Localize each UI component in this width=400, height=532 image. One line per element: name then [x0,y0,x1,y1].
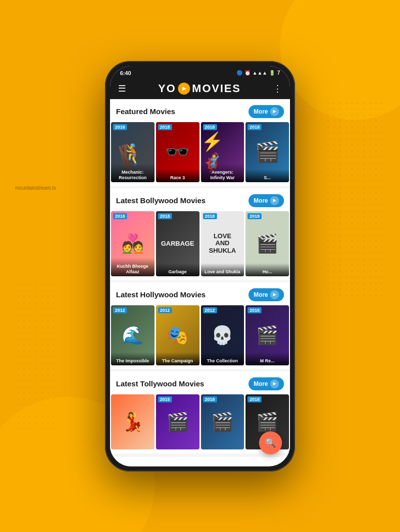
movie-card-avengers[interactable]: 2018 ⚡🦸 Avengers:Infinity War [201,122,244,182]
app-logo: YO MOVIES [158,82,240,95]
featured-section-header: Featured Movies More ▶ [110,103,290,122]
phone-notch [170,71,230,82]
tollywood-more-button[interactable]: More ▶ [248,377,284,390]
movie-thumb-kuchh: 2018 💑 Kuchh Bheege Alfaaz [111,211,154,276]
dots-decoration-left [15,282,55,432]
movie-title-ho: Ho... [246,263,289,276]
movie-title-kuchh: Kuchh Bheege Alfaaz [111,258,154,276]
featured-movies-section: Featured Movies More ▶ 2016 🧗 Mechani [110,99,290,186]
logo-play-icon [178,83,190,95]
status-icons: 🔵 ⏰ ▲▲▲ 🔋 7 [236,70,280,76]
featured-more-play-icon: ▶ [270,107,279,116]
movie-thumb-tollywood3: 2018 🎬 [201,394,244,449]
status-time: 6:40 [120,70,131,76]
movie-thumb-collection: 2012 💀 The Collection [201,305,244,365]
logo-suffix: MOVIES [192,82,241,95]
movie-thumb-impossible: 2012 🌊 The Impossible [111,305,154,365]
movie-title-campaign: The Campaign [156,352,200,365]
movie-title-loveshukla: Love and Shukla [201,263,244,276]
hollywood-title: Latest Hollywood Movies [116,290,206,299]
battery-icon: 🔋 [269,70,275,76]
signal-icon: ▲▲▲ [252,70,268,76]
dots-decoration-right [325,100,385,300]
movie-title-mechanic: Mechanic:Resurrection [111,164,154,182]
movie-title-avengers: Avengers:Infinity War [201,164,244,182]
movie-title-4th: S... [246,169,289,182]
hollywood-more-play-icon: ▶ [270,290,279,299]
movie-title-impossible: The Impossible [111,352,154,365]
bollywood-more-button[interactable]: More ▶ [248,194,284,207]
movie-card-loveshukla[interactable]: 2018 LOVEANDSHUKLA Love and Shukla [201,211,244,276]
bollywood-title: Latest Bollywood Movies [116,196,206,205]
movie-card-campaign[interactable]: 2012 🎭 The Campaign [156,305,200,365]
featured-title: Featured Movies [116,107,175,116]
hollywood-more-label: More [254,291,268,298]
movie-title-race3: Race 3 [156,169,200,182]
movie-card-kuchh[interactable]: 2018 💑 Kuchh Bheege Alfaaz [111,211,154,276]
movie-card-mechanic[interactable]: 2016 🧗 Mechanic:Resurrection [111,122,154,182]
header-more-button[interactable]: ⋮ [273,83,282,94]
watermark-text: mountainstream.tv [15,185,56,191]
movie-thumb-tollywood2: 2015 🎬 [156,394,200,449]
battery-percent: 7 [277,70,280,76]
tollywood-section-header: Latest Tollywood Movies More ▶ [110,375,290,394]
movie-thumb-4th: 2018 🎬 S... [246,122,289,182]
movie-thumb-ho: 2018 🎬 Ho... [246,211,289,276]
movie-card-mre[interactable]: 2016 🎬 M Re... [246,305,289,365]
bollywood-more-label: More [254,197,268,204]
movie-thumb-garbage: 2018 GARBAGE Garbage [156,211,200,276]
hollywood-more-button[interactable]: More ▶ [248,288,284,301]
movie-card-tollywood1[interactable]: 💃 [111,394,154,449]
tollywood-title: Latest Tollywood Movies [116,379,204,388]
movie-card-ho[interactable]: 2018 🎬 Ho... [246,211,289,276]
bollywood-more-play-icon: ▶ [270,196,279,205]
featured-movies-row: 2016 🧗 Mechanic:Resurrection 2018 🕶️ [110,122,290,182]
phone-frame: 6:40 🔵 ⏰ ▲▲▲ 🔋 7 ☰ YO MOVIES ⋮ [105,61,295,471]
content-area[interactable]: Featured Movies More ▶ 2016 🧗 Mechani [110,99,290,457]
movie-thumb-tollywood1: 💃 [111,394,154,449]
fab-search-button[interactable]: 🔍 [259,431,282,454]
movie-card-garbage[interactable]: 2018 GARBAGE Garbage [156,211,200,276]
alarm-icon: ⏰ [244,70,250,76]
search-icon: 🔍 [265,437,276,448]
movie-card-impossible[interactable]: 2012 🌊 The Impossible [111,305,154,365]
hollywood-section: Latest Hollywood Movies More ▶ 2012 🌊 [110,282,290,369]
logo-prefix: YO [158,82,176,95]
movie-thumb-race3: 2018 🕶️ Race 3 [156,122,200,182]
movie-title-collection: The Collection [201,352,244,365]
featured-more-button[interactable]: More ▶ [248,105,284,118]
hamburger-menu-button[interactable]: ☰ [118,83,126,94]
movie-thumb-avengers: 2018 ⚡🦸 Avengers:Infinity War [201,122,244,182]
bollywood-movies-row: 2018 💑 Kuchh Bheege Alfaaz 2018 GARBAGE [110,211,290,276]
tollywood-more-play-icon: ▶ [270,379,279,388]
movie-card-tollywood2[interactable]: 2015 🎬 [156,394,200,449]
movie-thumb-mre: 2016 🎬 M Re... [246,305,289,365]
bollywood-section-header: Latest Bollywood Movies More ▶ [110,192,290,211]
hollywood-section-header: Latest Hollywood Movies More ▶ [110,286,290,305]
movie-thumb-campaign: 2012 🎭 The Campaign [156,305,200,365]
hollywood-movies-row: 2012 🌊 The Impossible 2012 🎭 [110,305,290,365]
movie-title-mre: M Re... [246,352,289,365]
movie-card-tollywood3[interactable]: 2018 🎬 [201,394,244,449]
bollywood-section: Latest Bollywood Movies More ▶ 2018 💑 [110,188,290,280]
movie-card-collection[interactable]: 2012 💀 The Collection [201,305,244,365]
featured-more-label: More [254,108,268,115]
movie-thumb-loveshukla: 2018 LOVEANDSHUKLA Love and Shukla [201,211,244,276]
phone-screen: 6:40 🔵 ⏰ ▲▲▲ 🔋 7 ☰ YO MOVIES ⋮ [110,66,290,466]
movie-card-race3[interactable]: 2018 🕶️ Race 3 [156,122,200,182]
movie-card-4th[interactable]: 2018 🎬 S... [246,122,289,182]
movie-thumb-mechanic: 2016 🧗 Mechanic:Resurrection [111,122,154,182]
tollywood-more-label: More [254,380,268,387]
bluetooth-icon: 🔵 [236,70,242,76]
movie-title-garbage: Garbage [156,263,200,276]
